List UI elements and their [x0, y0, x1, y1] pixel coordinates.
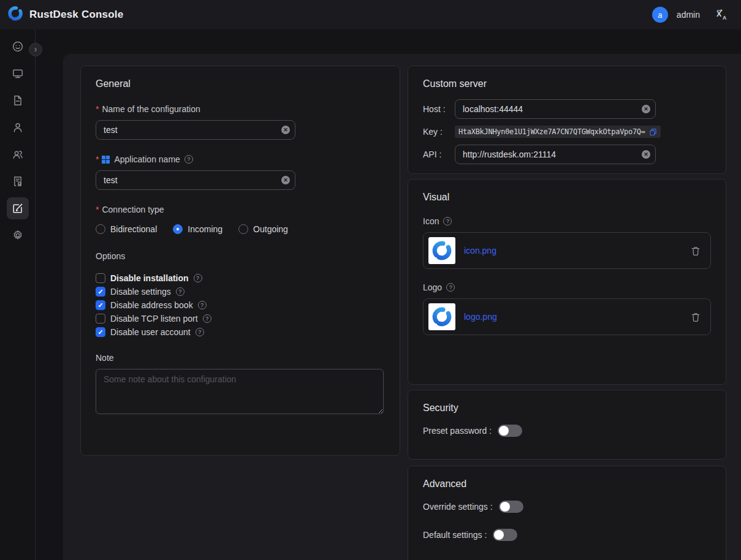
sidebar-item-settings[interactable] — [7, 224, 29, 246]
icon-file-link[interactable]: icon.png — [464, 246, 682, 255]
icon-thumbnail — [428, 237, 455, 264]
brand[interactable]: RustDesk Console — [7, 6, 123, 24]
host-label: Host : — [423, 104, 455, 114]
checkbox-icon[interactable] — [96, 273, 105, 283]
option-disable-address-book[interactable]: Disable address book ? — [96, 300, 385, 310]
security-title: Security — [423, 403, 711, 414]
app-title: RustDesk Console — [29, 9, 123, 21]
trash-icon[interactable] — [691, 312, 701, 322]
custom-server-card: Custom server Host : ✕ Key : HtaXBkJNHyn… — [408, 66, 726, 174]
help-icon[interactable]: ? — [198, 301, 207, 309]
help-icon[interactable]: ? — [176, 287, 184, 296]
sidebar-expand-button[interactable]: › — [29, 43, 42, 56]
override-settings-label: Override settings : — [423, 502, 493, 512]
override-settings-toggle[interactable] — [499, 501, 523, 513]
sidebar-item-users[interactable] — [7, 116, 29, 138]
server-key-value: HtaXBkJNHyn0e1U1jWXze7A7CN7QTGWqxkOtpaVp… — [458, 127, 645, 136]
rustdesk-logo-icon — [7, 6, 23, 24]
smiley-icon — [12, 40, 24, 53]
clear-icon[interactable]: ✕ — [642, 105, 650, 113]
sidebar — [0, 29, 36, 560]
radio-icon[interactable] — [96, 224, 105, 234]
right-column: Custom server Host : ✕ Key : HtaXBkJNHyn… — [408, 66, 726, 560]
general-card: General * Name of the configuration ✕ * … — [80, 66, 400, 456]
sidebar-item-records[interactable] — [7, 170, 29, 192]
sidebar-item-custom-clients[interactable] — [7, 197, 29, 219]
copy-icon[interactable] — [649, 128, 657, 136]
windows-icon — [102, 156, 110, 164]
gear-icon — [12, 229, 24, 241]
radio-outgoing[interactable]: Outgoing — [238, 224, 288, 234]
help-icon[interactable]: ? — [446, 283, 455, 292]
document-icon — [12, 94, 24, 107]
default-settings-toggle[interactable] — [493, 529, 517, 541]
host-row: Host : ✕ — [423, 99, 711, 119]
main-panel: General * Name of the configuration ✕ * … — [63, 54, 741, 560]
required-asterisk: * — [96, 104, 99, 114]
option-disable-tcp-listen-port[interactable]: Disable TCP listen port ? — [96, 314, 385, 324]
checkbox-icon[interactable] — [96, 300, 105, 310]
advanced-card: Advanced Override settings : Default set… — [408, 466, 726, 560]
option-disable-settings[interactable]: Disable settings ? — [96, 287, 385, 297]
default-settings-label: Default settings : — [423, 530, 487, 540]
advanced-title: Advanced — [423, 479, 711, 490]
checkbox-icon[interactable] — [96, 287, 105, 297]
required-asterisk: * — [96, 154, 99, 164]
override-settings-row: Override settings : — [423, 501, 711, 513]
logo-label: Logo ? — [423, 282, 711, 292]
help-icon[interactable]: ? — [443, 217, 452, 225]
help-icon[interactable]: ? — [184, 155, 193, 164]
note-label: Note — [96, 353, 385, 363]
sidebar-item-dashboard[interactable] — [7, 36, 29, 58]
configuration-name-input[interactable] — [96, 120, 295, 140]
options-label: Options — [96, 251, 385, 261]
sidebar-item-devices[interactable] — [7, 62, 29, 85]
name-label: * Name of the configuration — [96, 104, 385, 114]
sidebar-item-audit[interactable] — [7, 89, 29, 112]
radio-icon[interactable] — [238, 224, 248, 234]
checkbox-icon[interactable] — [96, 314, 105, 324]
trash-icon[interactable] — [691, 246, 701, 256]
visual-card: Visual Icon ? icon.png — [408, 179, 726, 385]
icon-file-row: icon.png — [423, 232, 711, 269]
key-row: Key : HtaXBkJNHyn0e1U1jWXze7A7CN7QTGWqxk… — [423, 125, 711, 138]
user-icon — [12, 121, 24, 134]
preset-password-toggle[interactable] — [498, 425, 522, 437]
clear-icon[interactable]: ✕ — [281, 126, 290, 134]
avatar[interactable]: a — [652, 7, 668, 23]
general-title: General — [96, 78, 385, 89]
certificate-icon — [12, 175, 24, 187]
clear-icon[interactable]: ✕ — [281, 176, 290, 184]
clear-icon[interactable]: ✕ — [642, 150, 650, 159]
checkbox-icon[interactable] — [96, 327, 105, 337]
connection-type-label: * Connection type — [96, 205, 385, 214]
api-input[interactable] — [455, 145, 656, 164]
note-textarea[interactable] — [96, 369, 384, 414]
help-icon[interactable]: ? — [203, 314, 211, 323]
translate-icon[interactable]: X A — [716, 9, 728, 21]
users-icon — [12, 148, 24, 161]
radio-icon[interactable] — [173, 224, 183, 234]
custom-server-title: Custom server — [423, 78, 711, 89]
options-group: Disable installation ? Disable settings … — [96, 273, 385, 337]
radio-bidirectional[interactable]: Bidirectional — [96, 224, 157, 234]
visual-title: Visual — [423, 192, 711, 203]
server-key-chip: HtaXBkJNHyn0e1U1jWXze7A7CN7QTGWqxkOtpaVp… — [455, 126, 661, 138]
username[interactable]: admin — [677, 10, 700, 20]
help-icon[interactable]: ? — [194, 274, 202, 282]
edit-icon — [12, 202, 24, 214]
host-input[interactable] — [455, 99, 656, 119]
option-disable-installation[interactable]: Disable installation ? — [96, 273, 385, 283]
option-disable-user-account[interactable]: Disable user account ? — [96, 327, 385, 337]
api-label: API : — [423, 149, 455, 159]
top-bar: RustDesk Console a admin X A — [0, 0, 741, 29]
sidebar-item-groups[interactable] — [7, 143, 29, 165]
logo-file-row: logo.png — [423, 298, 711, 335]
logo-file-link[interactable]: logo.png — [464, 312, 682, 322]
application-name-input[interactable] — [96, 170, 295, 190]
preset-password-label: Preset password : — [423, 426, 492, 436]
radio-incoming[interactable]: Incoming — [173, 224, 222, 234]
key-label: Key : — [423, 127, 455, 137]
help-icon[interactable]: ? — [196, 328, 204, 336]
api-row: API : ✕ — [423, 145, 711, 164]
